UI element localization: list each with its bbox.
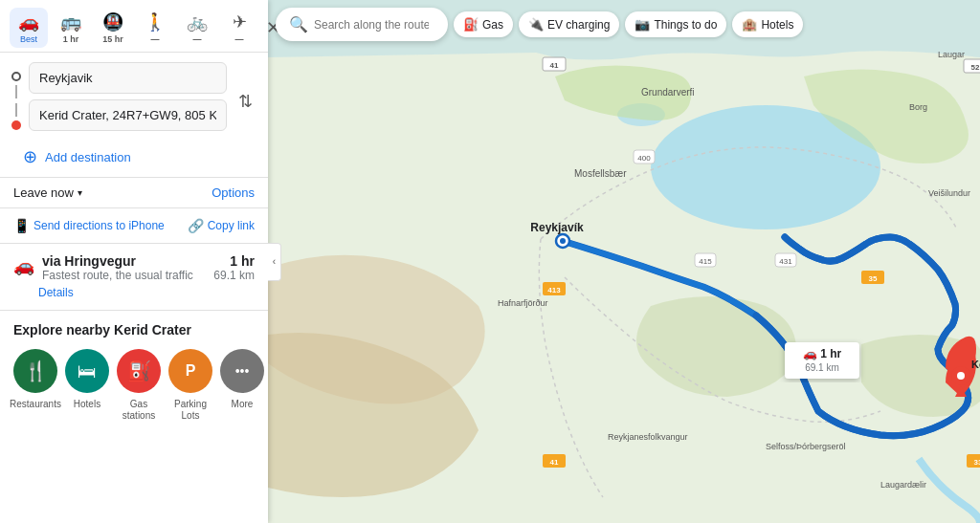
mode-transit[interactable]: 🚌 1 hr <box>52 8 90 48</box>
phone-icon: 📱 <box>13 218 30 233</box>
route-line <box>15 85 17 98</box>
svg-text:Hafnarfjörður: Hafnarfjörður <box>498 298 548 308</box>
svg-point-12 <box>957 372 965 380</box>
send-directions-button[interactable]: 📱 Send directions to iPhone <box>13 218 165 233</box>
bus-icon: 🚌 <box>60 11 81 33</box>
explore-parking[interactable]: P Parking Lots <box>168 349 212 422</box>
mode-flight[interactable]: ✈ — <box>220 8 258 48</box>
more-label: More <box>232 399 254 410</box>
inputs-col <box>29 62 227 131</box>
svg-text:413: 413 <box>547 286 561 294</box>
route-time-col: 1 hr 69.1 km <box>213 253 255 282</box>
explore-more[interactable]: ••• More <box>220 349 264 410</box>
add-destination[interactable]: ⊕ Add destination <box>0 141 268 177</box>
ev-chip-icon: 🔌 <box>528 17 544 32</box>
bike-icon: 🚲 <box>187 11 208 33</box>
mode-drive[interactable]: 🚗 Best <box>10 8 48 48</box>
link-icon: 🔗 <box>188 218 204 233</box>
things-chip-icon: 📷 <box>635 17 650 32</box>
svg-text:Mosfellsbær: Mosfellsbær <box>574 168 627 179</box>
gas-chip-icon: ⛽ <box>463 17 479 32</box>
map-search-box[interactable]: 🔍 <box>276 8 448 41</box>
copy-link-label: Copy link <box>208 219 255 232</box>
mode-flight-time: — <box>235 34 244 44</box>
search-icon: 🔍 <box>289 15 308 33</box>
svg-text:41: 41 <box>550 458 559 467</box>
chip-gas[interactable]: ⛽ Gas <box>454 11 513 37</box>
explore-items: 🍴 Restaurants 🛏 Hotels ⛽ Gas stations P … <box>13 349 255 422</box>
svg-text:Kerid Crater: Kerid Crater <box>971 359 980 370</box>
chip-ev[interactable]: 🔌 EV charging <box>519 11 619 37</box>
svg-text:Reykjanesfolkvangur: Reykjanesfolkvangur <box>608 432 688 442</box>
chip-gas-label: Gas <box>482 18 503 32</box>
svg-text:33: 33 <box>974 458 980 467</box>
chip-hotels[interactable]: 🏨 Hotels <box>732 11 803 37</box>
send-directions-label: Send directions to iPhone <box>33 219 165 232</box>
svg-text:69.1 km: 69.1 km <box>805 362 839 373</box>
flight-icon: ✈ <box>233 11 247 33</box>
caret-down-icon: ▾ <box>78 187 82 198</box>
map-searchbar: 🔍 ⛽ Gas 🔌 EV charging 📷 Things to do 🏨 H… <box>276 8 972 41</box>
svg-text:Laugar: Laugar <box>938 50 965 59</box>
svg-text:Grundarverfi: Grundarverfi <box>641 87 695 98</box>
route-info: via Hringvegur Fastest route, the usual … <box>42 253 206 282</box>
svg-text:Selfoss/Þórbergseröl: Selfoss/Þórbergseröl <box>766 442 846 451</box>
train-icon: 🚇 <box>102 11 123 33</box>
origin-dot <box>11 72 21 81</box>
share-bar: 📱 Send directions to iPhone 🔗 Copy link <box>0 208 268 244</box>
mode-walk[interactable]: 🚶 — <box>136 8 174 48</box>
hotels-icon: 🛏 <box>65 349 109 393</box>
explore-restaurants[interactable]: 🍴 Restaurants <box>13 349 57 410</box>
chip-things[interactable]: 📷 Things to do <box>625 11 726 37</box>
svg-text:Reykjavík: Reykjavík <box>530 221 584 234</box>
hotels-label: Hotels <box>74 399 100 410</box>
search-along-route-input[interactable] <box>314 18 429 32</box>
dest-input[interactable] <box>29 99 227 131</box>
leave-now-label: Leave now <box>13 185 74 200</box>
svg-text:Borg: Borg <box>909 102 927 112</box>
swap-button[interactable]: ⇅ <box>234 87 256 116</box>
parking-label: Parking Lots <box>168 399 212 422</box>
svg-text:Laugardælir: Laugardælir <box>880 480 926 490</box>
svg-text:52: 52 <box>971 63 980 72</box>
copy-link-button[interactable]: 🔗 Copy link <box>188 218 255 233</box>
collapse-panel-button[interactable]: ‹ <box>268 243 281 281</box>
route-time: 1 hr <box>213 253 255 269</box>
left-panel: 🚗 Best 🚌 1 hr 🚇 15 hr 🚶 — 🚲 — ✈ — ✕ <box>0 0 268 523</box>
svg-text:41: 41 <box>550 61 559 70</box>
route-header: 🚗 via Hringvegur Fastest route, the usua… <box>13 253 255 282</box>
svg-text:415: 415 <box>699 257 712 266</box>
add-dest-label: Add destination <box>45 150 131 164</box>
chip-things-label: Things to do <box>654 18 717 32</box>
waypoint-icons <box>11 62 21 130</box>
drive-icon: 🚗 <box>18 11 39 33</box>
route-name: via Hringvegur <box>42 253 206 269</box>
svg-text:35: 35 <box>869 274 878 283</box>
route-inputs: ⇅ <box>0 53 268 141</box>
plus-icon: ⊕ <box>23 146 37 167</box>
gas-icon: ⛽ <box>117 349 161 393</box>
svg-point-10 <box>560 238 566 244</box>
leave-now-button[interactable]: Leave now ▾ <box>13 185 82 200</box>
explore-title: Explore nearby Kerid Crater <box>13 322 255 338</box>
mode-train[interactable]: 🚇 15 hr <box>94 8 132 48</box>
mode-bike[interactable]: 🚲 — <box>178 8 216 48</box>
parking-icon: P <box>168 349 212 393</box>
mode-drive-label: Best <box>20 34 37 44</box>
filter-chips: ⛽ Gas 🔌 EV charging 📷 Things to do 🏨 Hot… <box>454 11 803 37</box>
explore-gas[interactable]: ⛽ Gas stations <box>117 349 161 422</box>
map-container: 400 415 431 Reykjavík Kerid Crater Grund… <box>268 0 980 523</box>
svg-text:Veišilundur: Veišilundur <box>928 188 970 198</box>
walk-icon: 🚶 <box>145 11 166 33</box>
route-line-2 <box>15 103 17 117</box>
mode-train-time: 15 hr <box>102 34 123 44</box>
details-link[interactable]: Details <box>38 286 74 299</box>
restaurants-label: Restaurants <box>10 399 61 410</box>
options-link[interactable]: Options <box>212 185 255 200</box>
explore-hotels[interactable]: 🛏 Hotels <box>65 349 109 410</box>
route-desc: Fastest route, the usual traffic <box>42 269 206 282</box>
more-icon: ••• <box>220 349 264 393</box>
origin-input[interactable] <box>29 62 227 94</box>
chip-ev-label: EV charging <box>547 18 610 32</box>
map-svg: 400 415 431 Reykjavík Kerid Crater Grund… <box>268 0 980 523</box>
